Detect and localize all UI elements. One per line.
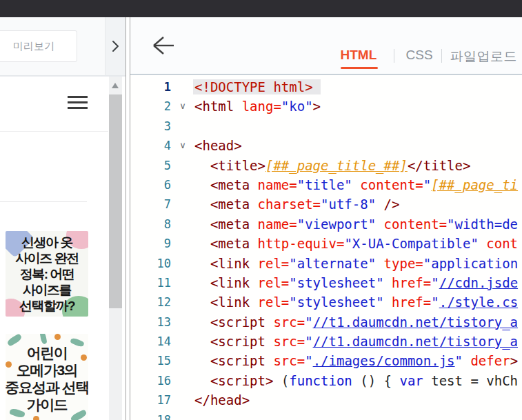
back-button[interactable]: [152, 35, 175, 57]
code-line[interactable]: 18: [130, 410, 522, 420]
code-line[interactable]: 12 <link rel="stylesheet" href="./style.…: [130, 292, 522, 312]
code-line[interactable]: 6 <meta name="title" content="[##_page_t…: [130, 175, 522, 194]
thumbnail-title: 어린이 오메가3의 중요성과 선택 가이드: [6, 344, 88, 413]
fold-spacer: [171, 273, 194, 292]
arrow-left-icon: [152, 35, 175, 57]
fold-spacer: [171, 194, 194, 214]
tab-separator: [394, 49, 395, 63]
line-number: 11: [130, 273, 172, 292]
line-number: 4: [130, 136, 172, 155]
fold-spacer: [171, 77, 194, 97]
fold-spacer: [171, 371, 194, 390]
line-number: 7: [130, 194, 172, 214]
scroll-up-arrow-icon[interactable]: [112, 83, 119, 88]
fold-spacer: [171, 351, 194, 370]
code-text: <script src="//t1.daumcdn.net/tistory_a: [194, 332, 518, 351]
code-line[interactable]: 5 <title>[##_page_title_##]</title>: [130, 156, 522, 175]
fold-spacer: [171, 390, 194, 410]
line-number: 18: [130, 410, 172, 420]
editor-pane: HTML CSS 파일업로드 1<!DOCTYPE html>2∨<html l…: [130, 17, 522, 420]
code-text: <meta name="viewport" content="width=de: [194, 214, 518, 234]
fold-spacer: [171, 254, 194, 273]
fold-chevron-icon[interactable]: ∨: [171, 136, 194, 155]
code-text: <meta charset="utf-8" />: [194, 194, 399, 214]
code-text: <html lang="ko">: [194, 97, 321, 116]
line-number: 17: [130, 390, 172, 410]
code-text: <link rel="stylesheet" href="./style.cs: [194, 292, 518, 312]
line-number: 6: [130, 175, 172, 194]
fold-spacer: [171, 214, 194, 234]
code-line[interactable]: 15 <script src="./images/common.js" defe…: [130, 351, 522, 370]
preview-button[interactable]: 미리보기: [0, 30, 77, 62]
code-line[interactable]: 1<!DOCTYPE html>: [130, 77, 522, 97]
line-number: 12: [130, 292, 172, 312]
chevron-right-icon: [112, 40, 119, 52]
code-text: <head>: [194, 136, 242, 155]
code-text: <title>[##_page_title_##]</title>: [194, 156, 470, 175]
preview-pane: 미리보기 신생아 옷 사이즈 완전 정복: 어떤 사이즈를: [0, 17, 126, 420]
html-code-editor[interactable]: 1<!DOCTYPE html>2∨<html lang="ko">34∨<he…: [130, 77, 522, 420]
line-number: 8: [130, 214, 172, 234]
code-text: <script> (function () { var test = vhCh: [194, 371, 518, 390]
code-text: <link rel="stylesheet" href="//cdn.jsde: [194, 273, 518, 292]
code-line[interactable]: 2∨<html lang="ko">: [130, 97, 522, 116]
decor-berry: [54, 334, 61, 340]
code-line[interactable]: 11 <link rel="stylesheet" href="//cdn.js…: [130, 273, 522, 292]
fold-spacer: [171, 312, 194, 332]
divider: [0, 131, 108, 132]
line-number: 15: [130, 351, 172, 370]
code-text: <link rel="alternate" type="application: [194, 254, 518, 273]
line-number: 16: [130, 371, 172, 390]
preview-toolbar: 미리보기: [0, 17, 126, 77]
line-number: 1: [130, 77, 172, 97]
code-line[interactable]: 8 <meta name="viewport" content="width=d…: [130, 214, 522, 234]
fold-spacer: [171, 292, 194, 312]
thumbnail-title: 신생아 옷 사이즈 완전 정복: 어떤 사이즈를 선택할까?: [15, 234, 78, 314]
fold-chevron-icon[interactable]: ∨: [171, 97, 194, 116]
post-thumbnail[interactable]: 신생아 옷 사이즈 완전 정복: 어떤 사이즈를 선택할까?: [6, 231, 88, 317]
line-number: 3: [130, 117, 172, 136]
decor-leaf: [39, 334, 47, 345]
code-text: <script src="./images/common.js" defer>: [194, 351, 518, 370]
code-line[interactable]: 3: [130, 117, 522, 136]
fold-spacer: [171, 234, 194, 253]
code-text: </head>: [194, 390, 250, 410]
code-line[interactable]: 9 <meta http-equiv="X-UA-Compatible" con…: [130, 234, 522, 253]
code-text: <script src="//t1.daumcdn.net/tistory_a: [194, 312, 518, 332]
tab-separator: [441, 49, 443, 63]
code-line[interactable]: 4∨<head>: [130, 136, 522, 155]
tab-file-upload[interactable]: 파일업로드: [450, 48, 518, 66]
code-text: <meta name="title" content="[##_page_ti: [194, 175, 518, 194]
code-line[interactable]: 16 <script> (function () { var test = vh…: [130, 371, 522, 390]
fold-spacer: [171, 175, 194, 194]
line-number: 14: [130, 332, 172, 351]
code-line[interactable]: 7 <meta charset="utf-8" />: [130, 194, 522, 214]
hamburger-menu-icon[interactable]: [68, 96, 88, 110]
line-number: 2: [130, 97, 172, 116]
divider: [0, 201, 87, 202]
fold-spacer: [171, 410, 194, 420]
line-number: 9: [130, 234, 172, 253]
code-text: <!DOCTYPE html>: [194, 77, 321, 97]
code-text: <meta http-equiv="X-UA-Compatible" cont: [194, 234, 518, 253]
collapse-panel-button[interactable]: [105, 17, 126, 75]
code-line[interactable]: 14 <script src="//t1.daumcdn.net/tistory…: [130, 332, 522, 351]
line-number: 5: [130, 156, 172, 175]
line-number: 13: [130, 312, 172, 332]
tab-html[interactable]: HTML: [341, 48, 377, 63]
fold-spacer: [171, 117, 194, 136]
decor-berry: [33, 416, 39, 420]
code-line[interactable]: 10 <link rel="alternate" type="applicati…: [130, 254, 522, 273]
fold-spacer: [171, 156, 194, 175]
code-line[interactable]: 17</head>: [130, 390, 522, 410]
fold-spacer: [171, 332, 194, 351]
editor-toolbar: HTML CSS 파일업로드: [130, 17, 522, 75]
line-number: 10: [130, 254, 172, 273]
top-title-bar: [0, 0, 522, 17]
code-line[interactable]: 13 <script src="//t1.daumcdn.net/tistory…: [130, 312, 522, 332]
skin-editor-window: 미리보기 신생아 옷 사이즈 완전 정복: 어떤 사이즈를: [0, 0, 522, 420]
post-thumbnail[interactable]: 어린이 오메가3의 중요성과 선택 가이드: [6, 334, 88, 420]
preview-scrollbar[interactable]: [109, 77, 122, 420]
scrollbar-thumb[interactable]: [109, 94, 122, 308]
tab-css[interactable]: CSS: [406, 48, 433, 63]
